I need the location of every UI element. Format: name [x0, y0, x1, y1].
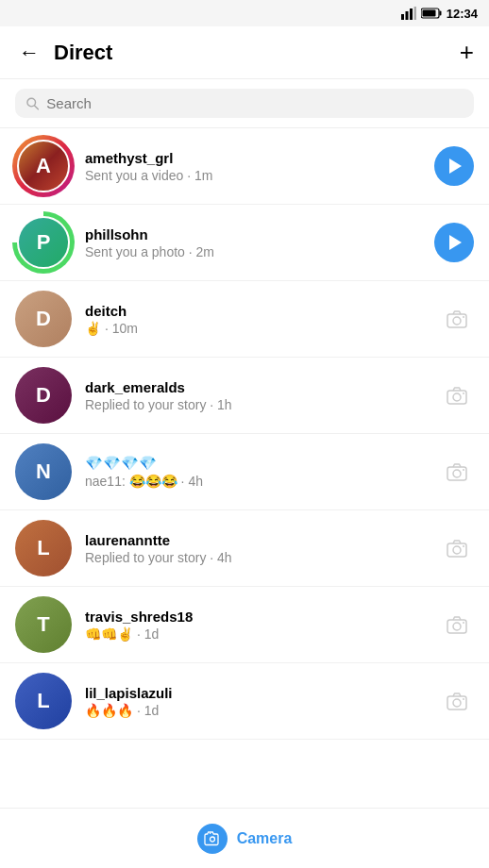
svg-rect-0 [401, 14, 404, 20]
username: lil_lapislazuli [85, 685, 440, 701]
svg-point-11 [463, 316, 464, 318]
play-button[interactable] [434, 146, 474, 186]
camera-action-icon[interactable] [440, 378, 474, 412]
svg-point-23 [463, 622, 464, 624]
list-item[interactable]: L laurenanntte Replied to your story · 4… [0, 510, 489, 587]
svg-point-22 [453, 623, 461, 630]
camera-icon [446, 691, 468, 711]
camera-icon [446, 461, 468, 482]
svg-rect-3 [413, 7, 416, 20]
svg-point-10 [453, 317, 461, 325]
header: ← Direct + [0, 26, 489, 79]
username: dark_emeralds [85, 379, 440, 395]
message-content: phillsohn Sent you a photo · 2m [85, 226, 434, 259]
list-item[interactable]: N 💎💎💎💎 nae11: 😂😂😂 · 4h [0, 434, 489, 510]
svg-rect-2 [410, 8, 413, 20]
message-content: travis_shreds18 👊👊✌️ · 1d [85, 609, 440, 642]
message-content: deitch ✌️ · 10m [85, 303, 440, 336]
avatar: A [15, 138, 72, 194]
svg-point-14 [463, 392, 464, 394]
status-bar: 12:34 [0, 0, 489, 26]
svg-point-13 [453, 393, 461, 401]
page-title: Direct [54, 41, 112, 65]
message-list: A amethyst_grl Sent you a video · 1m P p… [0, 128, 489, 740]
message-content: laurenanntte Replied to your story · 4h [85, 532, 440, 565]
search-input[interactable] [46, 95, 463, 111]
camera-action-icon[interactable] [440, 684, 474, 718]
camera-action-icon[interactable] [440, 302, 474, 336]
message-preview: nae11: 😂😂😂 · 4h [85, 474, 440, 489]
list-item[interactable]: T travis_shreds18 👊👊✌️ · 1d [0, 587, 489, 663]
status-time: 12:34 [447, 7, 478, 21]
username: phillsohn [85, 226, 434, 242]
message-preview: 🔥🔥🔥 · 1d [85, 703, 440, 718]
message-preview: Replied to your story · 1h [85, 397, 440, 412]
username: travis_shreds18 [85, 609, 440, 625]
search-bar [0, 79, 489, 128]
message-content: amethyst_grl Sent you a video · 1m [85, 150, 434, 183]
svg-point-27 [210, 837, 214, 842]
avatar: L [15, 673, 72, 729]
battery-icon [421, 8, 442, 19]
camera-action-icon[interactable] [440, 455, 474, 489]
avatar: L [15, 520, 72, 576]
message-preview: Replied to your story · 4h [85, 550, 440, 565]
avatar: D [15, 291, 72, 347]
camera-bottom-icon [197, 824, 228, 854]
svg-point-17 [463, 469, 464, 471]
back-button[interactable]: ← [15, 37, 43, 69]
bottom-bar[interactable]: Camera [0, 808, 489, 868]
svg-point-20 [463, 545, 464, 547]
svg-rect-5 [439, 11, 441, 16]
message-content: 💎💎💎💎 nae11: 😂😂😂 · 4h [85, 455, 440, 489]
camera-action-icon[interactable] [440, 608, 474, 642]
message-preview: Sent you a video · 1m [85, 168, 434, 183]
svg-rect-28 [210, 832, 211, 834]
list-item[interactable]: D dark_emeralds Replied to your story · … [0, 358, 489, 434]
username: laurenanntte [85, 532, 440, 548]
list-item[interactable]: D deitch ✌️ · 10m [0, 281, 489, 358]
svg-rect-6 [422, 10, 435, 17]
avatar: P [15, 214, 72, 271]
svg-rect-1 [405, 11, 408, 20]
svg-point-19 [453, 546, 461, 554]
play-button[interactable] [434, 223, 474, 262]
message-content: lil_lapislazuli 🔥🔥🔥 · 1d [85, 685, 440, 718]
camera-icon [446, 309, 468, 329]
camera-action-icon[interactable] [440, 531, 474, 565]
message-preview: Sent you a photo · 2m [85, 244, 434, 259]
avatar: T [15, 596, 72, 653]
search-icon [26, 97, 39, 110]
camera-icon [204, 831, 221, 846]
svg-point-16 [453, 470, 461, 477]
status-icons: 12:34 [401, 7, 478, 21]
message-preview: 👊👊✌️ · 1d [85, 626, 440, 642]
svg-point-26 [463, 698, 464, 700]
camera-icon [446, 385, 468, 406]
list-item[interactable]: P phillsohn Sent you a photo · 2m [0, 205, 489, 281]
message-content: dark_emeralds Replied to your story · 1h [85, 379, 440, 412]
avatar: N [15, 443, 72, 500]
svg-point-25 [453, 699, 461, 707]
username: deitch [85, 303, 440, 319]
avatar: D [15, 367, 72, 424]
search-input-wrap[interactable] [15, 89, 474, 118]
camera-icon [446, 538, 468, 559]
list-item[interactable]: A amethyst_grl Sent you a video · 1m [0, 128, 489, 205]
new-message-button[interactable]: + [460, 38, 474, 67]
username: 💎💎💎💎 [85, 455, 440, 472]
username: amethyst_grl [85, 150, 434, 166]
message-preview: ✌️ · 10m [85, 321, 440, 336]
camera-icon [446, 614, 468, 635]
signal-icon [401, 7, 416, 20]
camera-label: Camera [237, 830, 293, 847]
svg-line-8 [35, 105, 39, 108]
list-item[interactable]: L lil_lapislazuli 🔥🔥🔥 · 1d [0, 663, 489, 740]
